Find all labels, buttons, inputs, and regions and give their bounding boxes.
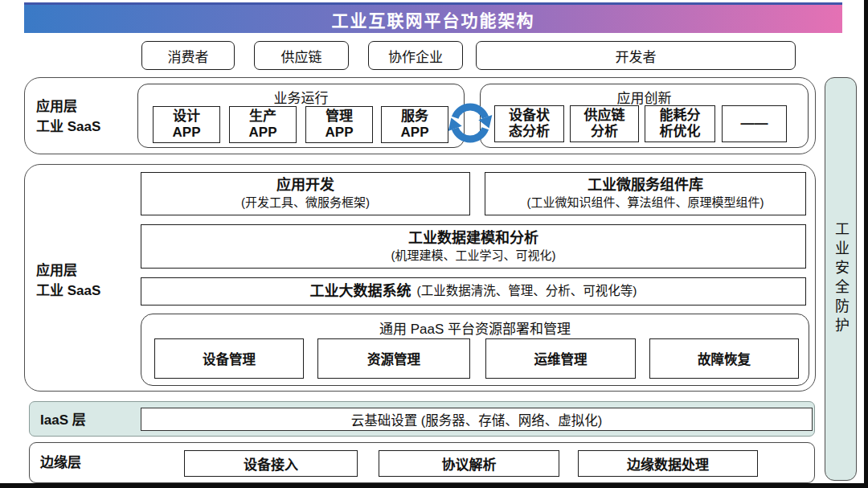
actor-label: 协作企业 <box>388 46 443 66</box>
paas-resource-management-group: 通用 PaaS 平台资源部署和管理 设备管理 资源管理 运维管理 故障恢复 <box>141 314 809 386</box>
saas-layer-label-line1: 应用层 <box>36 97 100 117</box>
platform-layer-section: 应用层 工业 SaaS 应用开发 (开发工具、微服务框架) 工业微服务组件库 (… <box>24 164 816 392</box>
actor-developer: 开发者 <box>476 41 796 70</box>
big-data-system-box: 工业大数据系统 (工业数据清洗、管理、分析、可视化等) <box>141 277 806 306</box>
business-operation-title: 业务运行 <box>138 87 464 107</box>
protocol-parsing-box: 协议解析 <box>379 450 559 477</box>
paas-resource-management-title: 通用 PaaS 平台资源部署和管理 <box>141 318 809 338</box>
box-label: 供应链 <box>584 108 625 124</box>
box-label: 服务 <box>401 109 428 125</box>
actor-label: 消费者 <box>168 46 209 66</box>
platform-layer-label: 应用层 工业 SaaS <box>36 261 100 301</box>
saas-layer-label-line2: 工业 SaaS <box>36 117 100 137</box>
saas-layer-label: 应用层 工业 SaaS <box>36 97 100 137</box>
management-app-box: 管理 APP <box>305 106 373 143</box>
microservice-library-box: 工业微服务组件库 (工业微知识组件、算法组件、原理模型组件) <box>485 172 806 215</box>
supply-chain-analysis-box: 供应链 分析 <box>570 105 639 142</box>
title-banner: 工业互联网平台功能架构 <box>24 2 842 33</box>
business-operation-group: 业务运行 设计 APP 生产 APP 管理 APP 服务 APP <box>137 84 465 148</box>
frame-line-bottom <box>0 483 868 488</box>
edge-layer-label: 边缘层 <box>40 453 81 474</box>
platform-layer-label-line1: 应用层 <box>36 261 100 281</box>
box-label: 云基础设置 (服务器、存储、网络、虚拟化) <box>351 410 603 429</box>
resource-management-box: 资源管理 <box>317 338 470 379</box>
box-label: 设备接入 <box>244 453 298 474</box>
fault-recovery-box: 故障恢复 <box>649 338 799 379</box>
actor-consumer: 消费者 <box>141 41 235 70</box>
design-app-box: 设计 APP <box>153 106 220 143</box>
box-title: 应用开发 <box>276 177 334 195</box>
box-label: 分析 <box>591 124 618 140</box>
box-subtitle: (机理建模、工业学习、可视化) <box>391 248 556 264</box>
box-label: —— <box>741 116 768 132</box>
box-label: 资源管理 <box>367 349 420 368</box>
actor-collaborating-enterprise: 协作企业 <box>368 41 463 70</box>
app-innovation-group: 应用创新 设备状 态分析 供应链 分析 能耗分 析优化 —— <box>480 84 809 148</box>
production-app-box: 生产 APP <box>229 106 297 143</box>
architecture-diagram: 工业互联网平台功能架构 消费者 供应链 协作企业 开发者 应用层 工业 SaaS… <box>0 0 868 488</box>
frame-line-right <box>864 0 868 488</box>
app-innovation-title: 应用创新 <box>481 87 808 107</box>
app-development-box: 应用开发 (开发工具、微服务框架) <box>141 172 470 215</box>
box-label: APP <box>401 125 429 141</box>
box-label: 故障恢复 <box>698 349 751 368</box>
box-subtitle: (工业数据清洗、管理、分析、可视化等) <box>417 283 637 299</box>
service-app-box: 服务 APP <box>381 106 448 143</box>
actor-label: 开发者 <box>616 46 657 66</box>
box-label: 边缘数据处理 <box>627 453 709 474</box>
box-label: 能耗分 <box>660 108 701 124</box>
box-label: 析优化 <box>660 124 701 140</box>
platform-layer-label-line2: 工业 SaaS <box>36 281 100 301</box>
box-label: 生产 <box>249 109 276 125</box>
cloud-infrastructure-box: 云基础设置 (服务器、存储、网络、虚拟化) <box>141 408 813 431</box>
device-management-box: 设备管理 <box>154 338 304 379</box>
box-label: 协议解析 <box>442 453 497 474</box>
industrial-security-label: 工业安全防护 <box>830 221 851 337</box>
iaas-layer-label: IaaS 层 <box>40 411 86 431</box>
box-label: 态分析 <box>509 124 550 140</box>
box-label: APP <box>249 125 277 141</box>
page-title: 工业互联网平台功能架构 <box>332 7 535 31</box>
box-title: 工业微服务组件库 <box>588 177 703 195</box>
box-label: APP <box>326 125 354 141</box>
data-modeling-box: 工业数据建模和分析 (机理建模、工业学习、可视化) <box>141 224 806 269</box>
box-label: APP <box>173 125 201 141</box>
actor-label: 供应链 <box>281 46 322 66</box>
device-status-analysis-box: 设备状 态分析 <box>494 105 564 142</box>
operations-management-box: 运维管理 <box>485 338 636 379</box>
actor-supply-chain: 供应链 <box>254 41 349 70</box>
saas-layer-section: 应用层 工业 SaaS 业务运行 设计 APP 生产 APP 管理 APP 服务… <box>24 77 816 154</box>
placeholder-dash-box: —— <box>722 105 787 142</box>
edge-layer-row: 边缘层 设备接入 协议解析 边缘数据处理 <box>29 442 815 483</box>
energy-analysis-box: 能耗分 析优化 <box>645 105 715 142</box>
box-label: 运维管理 <box>534 349 588 368</box>
box-subtitle: (开发工具、微服务框架) <box>241 195 370 211</box>
box-label: 管理 <box>326 109 353 125</box>
box-label: 设计 <box>173 109 200 125</box>
box-title: 工业大数据系统 <box>310 283 411 301</box>
sync-icon <box>444 100 496 146</box>
box-label: 设备管理 <box>203 349 256 368</box>
box-title: 工业数据建模和分析 <box>408 230 538 248</box>
box-subtitle: (工业微知识组件、算法组件、原理模型组件) <box>527 195 764 211</box>
box-label: 设备状 <box>509 108 550 124</box>
device-access-box: 设备接入 <box>184 450 358 477</box>
iaas-layer-row: IaaS 层 云基础设置 (服务器、存储、网络、虚拟化) <box>29 401 815 437</box>
industrial-security-bar: 工业安全防护 <box>825 77 857 481</box>
edge-data-processing-box: 边缘数据处理 <box>578 450 758 477</box>
